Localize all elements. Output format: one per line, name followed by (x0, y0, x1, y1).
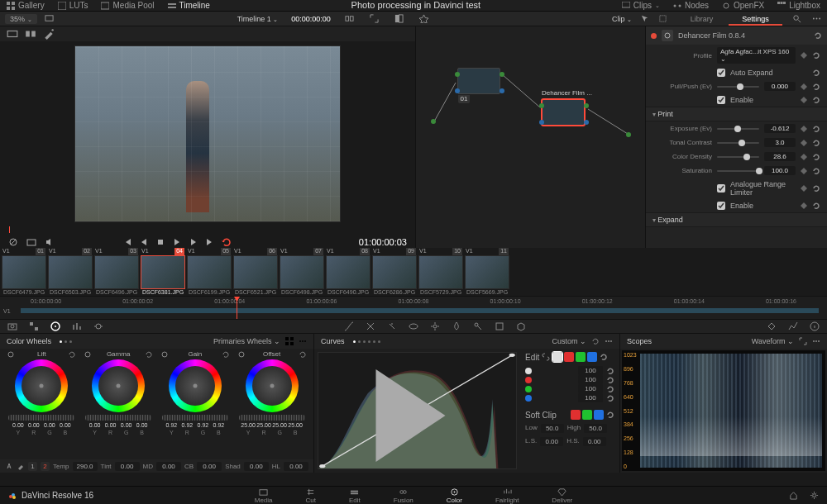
reset-icon[interactable] (600, 353, 608, 361)
primaries-mode[interactable]: Primaries Wheels ⌄ (213, 337, 280, 345)
blur-icon[interactable] (451, 321, 462, 332)
node-input-dot[interactable] (431, 119, 436, 124)
viewer-scrubber[interactable] (8, 228, 407, 231)
color-wheels-icon[interactable] (50, 321, 61, 332)
curve-play-icon[interactable] (312, 358, 509, 473)
hl-value[interactable]: 0.00 (284, 462, 308, 471)
reset-icon[interactable] (812, 139, 820, 147)
thumbnail[interactable]: V110DSCF5729.JPG (418, 248, 463, 296)
lightbox-button[interactable]: Lightbox (771, 0, 827, 11)
rgb-mixer-icon[interactable] (71, 321, 83, 332)
node-source[interactable]: 01 (457, 68, 500, 94)
color-match-icon[interactable] (28, 321, 40, 332)
luts-button[interactable]: LUTs (51, 0, 95, 11)
exposure-value[interactable]: -0.612 (764, 124, 796, 133)
viewer[interactable] (0, 41, 415, 226)
timeline-ruler[interactable]: 01:00:00:0001:00:00:0201:00:00:0401:00:0… (0, 296, 827, 319)
openfx-button[interactable]: OpenFX (715, 0, 771, 11)
picker-icon[interactable] (84, 350, 92, 359)
plugin-reset-icon[interactable] (814, 31, 822, 40)
plugin-active-dot[interactable] (651, 33, 657, 39)
channel-value[interactable]: 100 (578, 366, 603, 375)
channel-chip[interactable] (564, 352, 574, 362)
window-icon[interactable] (408, 321, 419, 332)
reset-icon[interactable] (606, 411, 614, 419)
enable-check[interactable] (717, 96, 725, 104)
density-slider[interactable] (717, 156, 759, 158)
expand-icon[interactable] (369, 13, 380, 25)
auto-expand-check[interactable] (717, 69, 725, 77)
3d-icon[interactable] (515, 321, 527, 332)
adj-page2[interactable]: 2 (41, 462, 50, 471)
gallery-button[interactable]: Gallery (0, 0, 51, 11)
motion-icon[interactable] (93, 321, 104, 332)
highlight-icon[interactable] (418, 13, 430, 25)
thumbnail[interactable]: V101DSCF6479.JPG (2, 248, 46, 296)
gear-icon[interactable] (810, 491, 819, 500)
sdi-out-icon[interactable] (44, 13, 55, 25)
thumbnail[interactable]: V109DSCF6286.JPG (372, 248, 417, 296)
scopes-expand-icon[interactable] (799, 337, 807, 345)
sc-chip[interactable] (582, 410, 592, 420)
channel-chip[interactable] (576, 352, 586, 362)
mediapool-button[interactable]: Media Pool (94, 0, 160, 11)
cb-value[interactable]: 0.00 (197, 462, 222, 471)
zoom-select[interactable]: 35% ⌄ (5, 14, 37, 24)
color-wheel[interactable] (92, 359, 145, 412)
channel-value[interactable]: 100 (578, 384, 603, 393)
timeline-name[interactable]: Timeline 1 ⌄ (237, 15, 279, 23)
gang-icon[interactable] (344, 13, 356, 25)
auto-icon[interactable] (5, 462, 13, 470)
pushpull-value[interactable]: 0.000 (764, 82, 796, 91)
keyframe-icon[interactable] (801, 126, 807, 132)
sc-chip[interactable] (571, 410, 581, 420)
keyframe-icon[interactable] (801, 185, 807, 192)
thumbnail[interactable]: V102DSCF6503.JPG (48, 248, 93, 296)
node-dehancer[interactable] (542, 99, 585, 126)
jog-wheel[interactable] (85, 415, 151, 421)
thumbnail[interactable]: V111DSCF5669.JPG (465, 248, 509, 296)
channel-value[interactable]: 100 (578, 375, 603, 384)
print-section-header[interactable]: Print (646, 107, 827, 121)
next-frame-icon[interactable] (189, 237, 198, 247)
sc-chip[interactable] (594, 410, 604, 420)
arl-check[interactable] (717, 184, 725, 193)
timeline-track[interactable] (21, 308, 819, 313)
reset-icon[interactable] (812, 202, 820, 210)
sizing-icon[interactable] (494, 321, 505, 332)
timeline-button[interactable]: Timeline (161, 0, 217, 11)
reset-icon[interactable] (68, 350, 76, 359)
go-last-icon[interactable] (205, 237, 215, 247)
playhead[interactable] (237, 297, 237, 319)
profile-select[interactable]: Agfa Agfac...it XPS 160 ⌄ (717, 47, 796, 64)
bypass-icon[interactable] (8, 237, 18, 247)
keyframe-icon[interactable] (801, 154, 807, 160)
reset-icon[interactable] (812, 153, 820, 161)
color-wheel[interactable] (169, 359, 222, 412)
channel-value[interactable]: 100 (578, 393, 603, 402)
node-output-dot[interactable] (626, 132, 631, 137)
page-fusion[interactable]: Fusion (394, 487, 414, 504)
reset-icon[interactable] (812, 167, 820, 175)
wheels-menu-icon[interactable] (299, 337, 307, 345)
adj-page1[interactable]: 1 (28, 462, 37, 471)
sc-low[interactable]: 50.0 (541, 424, 564, 433)
thumbnail[interactable]: V108DSCF6490.JPG (326, 248, 370, 296)
reset-icon[interactable] (812, 184, 820, 193)
reset-icon[interactable] (299, 350, 307, 359)
stop-icon[interactable] (155, 237, 165, 247)
pushpull-slider[interactable] (717, 86, 759, 88)
sc-high[interactable]: 50.0 (584, 424, 607, 433)
sc-ls[interactable]: 0.00 (540, 437, 563, 446)
reset-icon[interactable] (606, 367, 614, 375)
mute-icon[interactable] (45, 237, 55, 247)
thumbnail[interactable]: V105DSCF6199.JPG (187, 248, 232, 296)
tracker-icon[interactable] (429, 321, 441, 332)
page-edit[interactable]: Edit (349, 487, 361, 504)
color-wheel[interactable] (15, 359, 68, 412)
curves-mode[interactable]: Custom ⌄ (552, 337, 586, 345)
page-cut[interactable]: Cut (306, 487, 316, 504)
md-value[interactable]: 0.00 (156, 462, 181, 471)
curves-menu-icon[interactable] (605, 337, 613, 345)
key-icon[interactable] (472, 321, 484, 332)
